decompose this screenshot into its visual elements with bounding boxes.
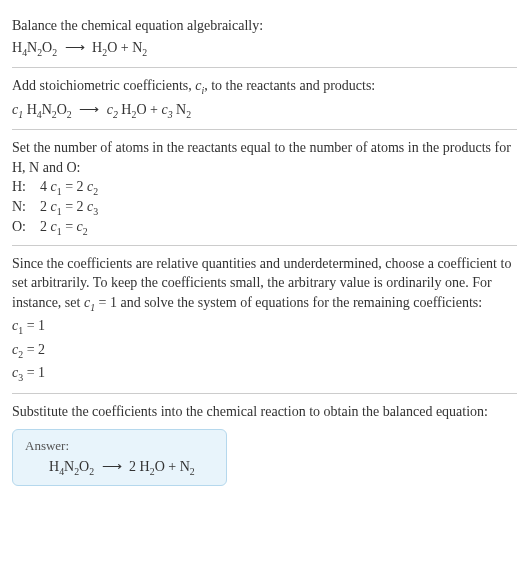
reactant-formula: H4N2O2 <box>49 459 94 474</box>
instruction-text: Set the number of atoms in the reactants… <box>12 138 517 177</box>
coef-2: 2 <box>129 459 140 474</box>
c3-coef: c3 <box>161 102 172 117</box>
atom-label: N: <box>12 199 40 217</box>
reaction-arrow-icon: ⟶ <box>79 100 99 120</box>
reaction-arrow-icon: ⟶ <box>102 458 122 475</box>
balance-row-h: H: 4 c1 = 2 c2 <box>12 179 517 197</box>
balanced-equation: H4N2O2 ⟶ 2 H2O + N2 <box>25 458 214 477</box>
c2-coef: c2 <box>107 102 118 117</box>
atom-label: O: <box>12 219 40 237</box>
answer-box: Answer: H4N2O2 ⟶ 2 H2O + N2 <box>12 429 227 486</box>
atom-label: H: <box>12 179 40 197</box>
plus-text: + <box>147 102 162 117</box>
instruction-text: Substitute the coefficients into the che… <box>12 402 517 422</box>
product-nitrogen: N2 <box>176 102 191 117</box>
solution-c1: c1 = 1 <box>12 316 517 338</box>
solution-c3: c3 = 1 <box>12 363 517 385</box>
section-solve-coefficients: Since the coefficients are relative quan… <box>12 246 517 394</box>
balance-row-n: N: 2 c1 = 2 c3 <box>12 199 517 217</box>
instruction-text: Since the coefficients are relative quan… <box>12 254 517 315</box>
solution-c2: c2 = 2 <box>12 340 517 362</box>
balance-row-o: O: 2 c1 = c2 <box>12 219 517 237</box>
c1-coef: c1 <box>12 102 23 117</box>
ci-symbol: ci <box>195 78 204 93</box>
plus-text: + <box>117 40 132 55</box>
reaction-arrow-icon: ⟶ <box>65 38 85 58</box>
instruction-text: Add stoichiometric coefficients, ci, to … <box>12 76 517 98</box>
product-nitrogen: N2 <box>180 459 195 474</box>
balance-equation: 4 c1 = 2 c2 <box>40 179 98 197</box>
instruction-text: Balance the chemical equation algebraica… <box>12 16 517 36</box>
unbalanced-equation: H4N2O2 ⟶ H2O + N2 <box>12 38 517 60</box>
set-coef: c1 <box>84 295 95 310</box>
section-problem-statement: Balance the chemical equation algebraica… <box>12 8 517 68</box>
section-atom-balance: Set the number of atoms in the reactants… <box>12 130 517 246</box>
product-water: H2O <box>121 102 146 117</box>
product-water: H2O <box>140 459 165 474</box>
section-final-answer: Substitute the coefficients into the che… <box>12 394 517 492</box>
product-water: H2O <box>92 40 117 55</box>
reactant-formula: H4N2O2 <box>27 102 72 117</box>
reactant-formula: H4N2O2 <box>12 40 57 55</box>
balance-equation: 2 c1 = c2 <box>40 219 88 237</box>
answer-label: Answer: <box>25 438 214 454</box>
section-add-coefficients: Add stoichiometric coefficients, ci, to … <box>12 68 517 130</box>
product-nitrogen: N2 <box>132 40 147 55</box>
balance-equation: 2 c1 = 2 c3 <box>40 199 98 217</box>
coefficient-equation: c1 H4N2O2 ⟶ c2 H2O + c3 N2 <box>12 100 517 122</box>
plus-text: + <box>165 459 180 474</box>
